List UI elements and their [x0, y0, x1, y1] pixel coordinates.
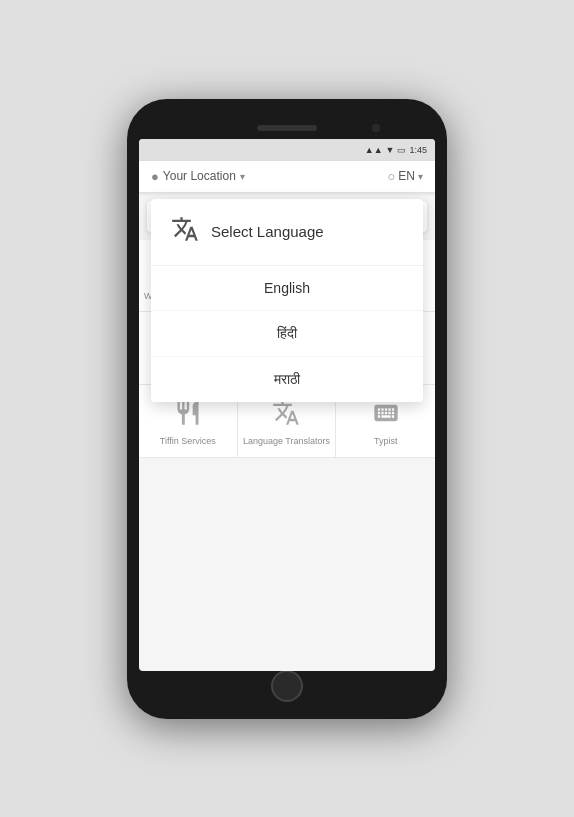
- time-display: 1:45: [409, 145, 427, 155]
- language-label: EN: [398, 169, 415, 183]
- phone-bottom: [139, 671, 435, 701]
- service-label-typist: Typist: [374, 436, 398, 447]
- location-pin-icon: ●: [151, 169, 159, 184]
- service-label-translators: Language Translators: [243, 436, 330, 447]
- home-button[interactable]: [271, 670, 303, 702]
- phone-screen: ▲▲ ▼ ▭ 1:45 ● Your Location ▾ ○ EN ▾ 🔍: [139, 139, 435, 671]
- language-dropdown: Select Language English हिंदी मराठी: [151, 199, 423, 402]
- language-option-hindi[interactable]: हिंदी: [151, 311, 423, 357]
- location-chevron-icon: ▾: [240, 171, 245, 182]
- status-icons: ▲▲ ▼ ▭ 1:45: [365, 145, 427, 155]
- language-dropdown-title: Select Language: [211, 223, 324, 240]
- location-label: Your Location: [163, 169, 236, 183]
- phone-device: ▲▲ ▼ ▭ 1:45 ● Your Location ▾ ○ EN ▾ 🔍: [127, 99, 447, 719]
- service-label-tiffin: Tiffin Services: [160, 436, 216, 447]
- language-section[interactable]: ○ EN ▾: [387, 169, 423, 184]
- app-header: ● Your Location ▾ ○ EN ▾: [139, 161, 435, 193]
- signal-icon: ▲▲: [365, 145, 383, 155]
- language-option-english[interactable]: English: [151, 266, 423, 311]
- front-camera: [372, 124, 380, 132]
- translate-icon: [171, 215, 199, 249]
- language-option-marathi[interactable]: मराठी: [151, 357, 423, 402]
- status-bar: ▲▲ ▼ ▭ 1:45: [139, 139, 435, 161]
- wifi-icon: ▼: [386, 145, 395, 155]
- globe-icon: ○: [387, 169, 395, 184]
- language-chevron-icon: ▾: [418, 171, 423, 182]
- battery-icon: ▭: [397, 145, 406, 155]
- location-section[interactable]: ● Your Location ▾: [151, 169, 245, 184]
- speaker: [257, 125, 317, 131]
- language-dropdown-header: Select Language: [151, 199, 423, 266]
- phone-top-bar: [139, 117, 435, 139]
